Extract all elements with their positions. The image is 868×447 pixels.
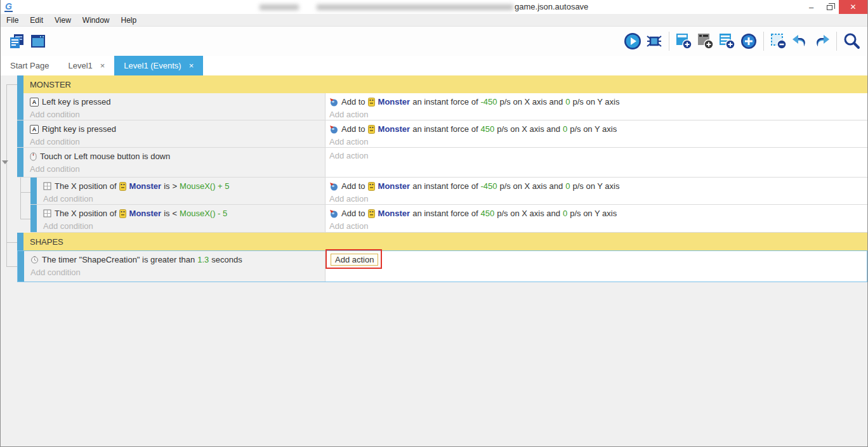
- keyboard-icon: A: [30, 98, 39, 107]
- minimize-button[interactable]: –: [802, 0, 820, 14]
- actions-cell[interactable]: Add to Monster an instant force of -450 …: [326, 178, 867, 204]
- action-verb: Add to: [341, 124, 365, 134]
- add-condition-link[interactable]: Add condition: [30, 267, 325, 278]
- event-row[interactable]: Touch or Left mouse button is down Add c…: [17, 148, 867, 178]
- search-button[interactable]: [841, 30, 862, 52]
- event-row[interactable]: A Right key is pressed Add condition Add…: [17, 120, 867, 148]
- actions-cell[interactable]: Add action: [326, 148, 867, 177]
- event-drag-bar[interactable]: [30, 178, 37, 204]
- add-event-button[interactable]: [673, 30, 695, 52]
- event-drag-bar[interactable]: [17, 120, 23, 147]
- add-condition-link[interactable]: Add condition: [30, 164, 325, 175]
- action-text[interactable]: Add to Monster an instant force of 450 p…: [329, 207, 867, 219]
- condition-text[interactable]: Right key is pressed: [42, 124, 116, 134]
- condition-text[interactable]: The timer "ShapeCreation" is greater tha…: [30, 254, 325, 266]
- redacted-title-segment: [260, 4, 299, 10]
- delete-selection-button[interactable]: [768, 30, 789, 52]
- tab-level1-events[interactable]: Level1 (Events) ×: [114, 56, 203, 75]
- add-comment-button[interactable]: [716, 30, 738, 52]
- group-title[interactable]: SHAPES: [23, 233, 867, 250]
- delete-selection-icon: [769, 32, 788, 51]
- tab-close-icon[interactable]: ×: [100, 61, 105, 70]
- group-header-monster[interactable]: MONSTER: [17, 75, 867, 93]
- event-drag-bar[interactable]: [17, 148, 23, 177]
- sub-event-row[interactable]: The X position of Monster is > MouseX() …: [30, 178, 867, 205]
- project-manager-button[interactable]: [6, 30, 27, 52]
- tab-close-icon[interactable]: ×: [189, 61, 194, 70]
- start-scene-button[interactable]: [27, 30, 49, 52]
- menu-window[interactable]: Window: [77, 14, 115, 27]
- add-action-link[interactable]: Add action: [329, 221, 867, 232]
- action-text[interactable]: Add to Monster an instant force of -450 …: [329, 180, 867, 192]
- action-text[interactable]: Add to Monster an instant force of 450 p…: [329, 123, 867, 135]
- menu-help[interactable]: Help: [115, 14, 143, 27]
- event-drag-bar[interactable]: [30, 205, 37, 232]
- conditions-cell[interactable]: Touch or Left mouse button is down Add c…: [23, 148, 326, 177]
- sub-event-row[interactable]: The X position of Monster is < MouseX() …: [30, 205, 867, 233]
- conditions-cell[interactable]: The timer "ShapeCreation" is greater tha…: [24, 251, 326, 282]
- conditions-cell[interactable]: A Right key is pressed Add condition: [23, 120, 326, 147]
- condition-text[interactable]: Left key is pressed: [42, 97, 110, 107]
- tab-start-page[interactable]: Start Page: [1, 56, 58, 75]
- add-sub-event-button[interactable]: [695, 30, 716, 52]
- force-icon: [329, 98, 338, 107]
- add-condition-link[interactable]: Add condition: [43, 221, 325, 232]
- close-button[interactable]: ✕: [839, 0, 867, 14]
- event-row[interactable]: A Left key is pressed Add condition Add …: [17, 93, 867, 120]
- play-icon: [623, 32, 642, 51]
- condition-text[interactable]: Touch or Left mouse button is down: [40, 152, 170, 161]
- condition-text[interactable]: The X position of Monster is < MouseX() …: [43, 207, 325, 219]
- tree-line: [6, 84, 17, 85]
- add-condition-link[interactable]: Add condition: [43, 193, 325, 205]
- event-drag-bar[interactable]: [17, 233, 23, 250]
- add-action-link[interactable]: Add action: [329, 136, 867, 148]
- condition-expression: MouseX() + 5: [180, 181, 229, 191]
- actions-cell[interactable]: Add action: [326, 251, 867, 282]
- event-drag-bar[interactable]: [18, 251, 24, 282]
- group-title[interactable]: MONSTER: [23, 75, 867, 93]
- tree-line: [20, 178, 21, 219]
- force-icon: [329, 209, 338, 218]
- add-action-link[interactable]: Add action: [329, 150, 867, 162]
- force-icon: [329, 182, 338, 191]
- event-drag-bar[interactable]: [17, 75, 23, 93]
- action-text-unit: p/s on Y axis: [570, 209, 617, 218]
- force-icon: [329, 125, 338, 134]
- menu-file[interactable]: File: [1, 14, 24, 27]
- tree-line: [6, 242, 17, 243]
- tab-label: Start Page: [10, 61, 49, 70]
- actions-cell[interactable]: Add to Monster an instant force of 450 p…: [326, 120, 867, 147]
- condition-text[interactable]: The X position of Monster is > MouseX() …: [43, 180, 325, 192]
- action-text-unit: p/s on X axis and: [500, 181, 563, 191]
- undo-button[interactable]: [789, 30, 811, 52]
- collapse-arrow-icon[interactable]: [2, 160, 8, 164]
- add-condition-link[interactable]: Add condition: [30, 136, 325, 148]
- restore-button[interactable]: [820, 0, 839, 14]
- param-force-y: 0: [563, 209, 567, 218]
- add-condition-link[interactable]: Add condition: [30, 109, 325, 120]
- play-button[interactable]: [622, 30, 643, 52]
- action-text-mid: an instant force of: [412, 181, 478, 191]
- menu-view[interactable]: View: [49, 14, 77, 27]
- conditions-cell[interactable]: The X position of Monster is < MouseX() …: [37, 205, 326, 232]
- tab-bar: Start Page Level1 × Level1 (Events) ×: [1, 56, 867, 75]
- param-force-x: -450: [481, 181, 497, 191]
- redo-button[interactable]: [811, 30, 832, 52]
- event-row-selected[interactable]: The timer "ShapeCreation" is greater tha…: [17, 250, 867, 282]
- action-text[interactable]: Add to Monster an instant force of -450 …: [329, 96, 867, 108]
- add-action-link[interactable]: Add action: [329, 193, 867, 205]
- tab-level1-scene[interactable]: Level1 ×: [58, 56, 114, 75]
- add-action-link-focused[interactable]: Add action: [331, 254, 378, 266]
- group-header-shapes[interactable]: SHAPES: [17, 233, 867, 250]
- conditions-cell[interactable]: A Left key is pressed Add condition: [23, 93, 326, 120]
- add-action-link[interactable]: Add action: [329, 109, 867, 120]
- event-drag-bar[interactable]: [17, 93, 23, 120]
- action-text-mid: an instant force of: [412, 209, 478, 218]
- actions-cell[interactable]: Add to Monster an instant force of 450 p…: [326, 205, 867, 232]
- menu-edit[interactable]: Edit: [24, 14, 49, 27]
- add-circle-button[interactable]: [738, 30, 760, 52]
- conditions-cell[interactable]: The X position of Monster is > MouseX() …: [37, 178, 326, 204]
- debug-button[interactable]: [643, 30, 665, 52]
- add-comment-icon: [718, 32, 737, 51]
- actions-cell[interactable]: Add to Monster an instant force of -450 …: [326, 93, 867, 120]
